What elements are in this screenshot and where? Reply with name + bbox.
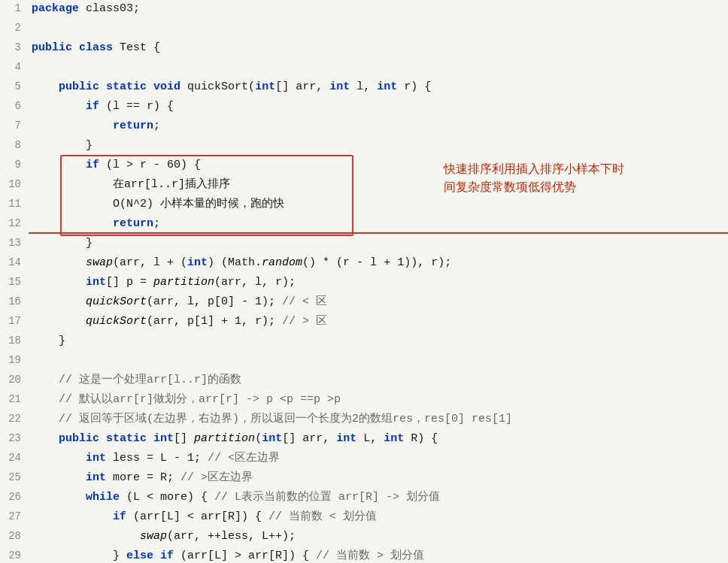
line-number: 29 [0, 547, 29, 563]
code-line-27: 27 if (arr[L] < arr[R]) { // 当前数 < 划分值 [0, 508, 728, 528]
line-content: package class03; [29, 0, 728, 17]
token-plain [32, 120, 113, 132]
token-kw: static [106, 80, 147, 93]
token-fn-italic: quickSort [86, 295, 147, 308]
token-kw: public [32, 41, 72, 54]
token-comment: // 默认以arr[r]做划分，arr[r] -> p <p ==p >p [32, 393, 341, 406]
token-kw: if [113, 510, 126, 523]
line-number: 22 [0, 410, 29, 428]
line-content: quickSort(arr, p[1] + 1, r); // > 区 [29, 313, 728, 330]
token-kw: int [384, 432, 404, 445]
token-plain: [] p = [106, 276, 153, 289]
token-plain [32, 510, 113, 523]
line-content: while (L < more) { // L表示当前数的位置 arr[R] -… [29, 489, 728, 506]
line-number: 28 [0, 528, 29, 545]
token-plain: quickSort( [180, 80, 255, 93]
line-content: } [29, 235, 728, 252]
line-content [29, 20, 728, 37]
code-line-17: 17 quickSort(arr, p[1] + 1, r); // > 区 [0, 313, 728, 332]
line-content: int less = L - 1; // <区左边界 [29, 449, 728, 467]
token-fn-italic: swap [86, 256, 113, 269]
token-plain [32, 100, 86, 113]
line-number: 12 [0, 215, 29, 232]
token-plain [32, 295, 86, 308]
line-content: return; [29, 215, 728, 234]
token-kw: public [59, 80, 99, 93]
line-content: return; [29, 117, 728, 135]
line-content: swap(arr, l + (int) (Math.random() * (r … [29, 254, 728, 271]
token-plain: Test { [113, 41, 160, 54]
code-line-22: 22 // 返回等于区域(左边界，右边界)，所以返回一个长度为2的数组res，r… [0, 410, 728, 430]
line-number: 26 [0, 489, 29, 506]
token-fn-italic: quickSort [86, 315, 147, 328]
token-kw: if [86, 100, 99, 113]
code-line-7: 7 return; [0, 117, 728, 137]
code-line-3: 3public class Test { [0, 39, 728, 59]
line-content: public static void quickSort(int[] arr, … [29, 78, 728, 95]
token-plain: r) { [397, 80, 431, 93]
code-line-6: 6 if (l == r) { [0, 98, 728, 117]
line-content: public static int[] partition(int[] arr,… [29, 430, 728, 447]
token-plain: (arr[L] < arr[R]) { [126, 510, 268, 523]
token-plain [99, 80, 106, 93]
token-fn-italic: partition [194, 432, 255, 445]
line-number: 20 [0, 371, 29, 389]
line-number: 14 [0, 254, 29, 271]
token-fn-italic: random [262, 256, 302, 269]
token-kw: void [153, 80, 180, 93]
token-plain: 在arr[l..r]插入排序 [32, 178, 230, 191]
token-plain: (arr, l + ( [113, 256, 187, 269]
token-kw: class [79, 41, 113, 54]
token-fn-italic: swap [140, 530, 167, 543]
token-comment: // > 区 [282, 315, 327, 328]
token-kw: static [106, 432, 147, 445]
code-line-18: 18 } [0, 332, 728, 352]
line-content: quickSort(arr, l, p[0] - 1); // < 区 [29, 293, 728, 310]
token-plain: [] [174, 432, 194, 445]
line-number: 18 [0, 332, 29, 350]
token-plain: less = L - 1; [106, 452, 208, 465]
token-kw: while [86, 491, 120, 504]
code-line-5: 5 public static void quickSort(int[] arr… [0, 78, 728, 98]
code-line-26: 26 while (L < more) { // L表示当前数的位置 arr[R… [0, 489, 728, 508]
line-content: if (arr[L] < arr[R]) { // 当前数 < 划分值 [29, 508, 728, 525]
line-content: // 这是一个处理arr[l..r]的函数 [29, 371, 728, 389]
code-line-25: 25 int more = R; // >区左边界 [0, 469, 728, 489]
token-plain [32, 432, 59, 445]
token-plain [32, 549, 113, 562]
token-kw: public [59, 432, 99, 445]
code-line-15: 15 int[] p = partition(arr, l, r); [0, 274, 728, 293]
line-number: 6 [0, 98, 29, 115]
token-plain [32, 276, 86, 289]
code-line-16: 16 quickSort(arr, l, p[0] - 1); // < 区 [0, 293, 728, 313]
token-fn-italic: partition [153, 276, 214, 289]
annotation-line1: 快速排序利用插入排序小样本下时 [444, 160, 714, 178]
token-plain: [] arr, [275, 80, 329, 93]
code-line-13: 13 } [0, 235, 728, 254]
line-content: } [29, 332, 728, 350]
token-comment: // L表示当前数的位置 arr[R] -> 划分值 [214, 491, 440, 504]
line-number: 3 [0, 39, 29, 56]
token-plain: ) (Math. [208, 256, 262, 269]
line-content: int more = R; // >区左边界 [29, 469, 728, 486]
token-comment: // 当前数 < 划分值 [268, 510, 377, 523]
token-plain: [] arr, [282, 432, 336, 445]
line-number: 17 [0, 313, 29, 330]
token-plain: (arr, l, p[0] - 1); [147, 295, 282, 308]
token-plain [147, 432, 153, 445]
token-plain: } [32, 334, 65, 347]
code-line-11: 11 O(N^2) 小样本量的时候，跑的快 [0, 195, 728, 215]
token-kw: package [32, 2, 79, 15]
token-plain [32, 80, 59, 93]
token-kw: int [329, 80, 350, 93]
token-plain: } [32, 139, 93, 152]
token-plain: } [113, 549, 126, 562]
line-content: public class Test { [29, 39, 728, 56]
line-number: 13 [0, 235, 29, 252]
code-line-28: 28 swap(arr, ++less, L++); [0, 528, 728, 547]
token-plain [32, 217, 113, 230]
line-number: 25 [0, 469, 29, 486]
code-line-8: 8 } [0, 137, 728, 156]
line-content: } else if (arr[L] > arr[R]) { // 当前数 > 划… [29, 547, 728, 563]
token-plain [72, 41, 79, 54]
